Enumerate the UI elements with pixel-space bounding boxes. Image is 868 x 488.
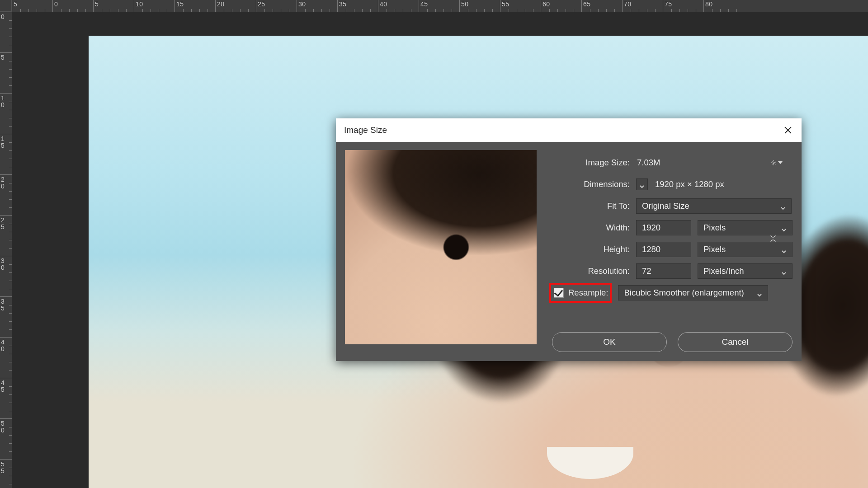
ruler-tick	[0, 296, 12, 337]
chevron-down-icon	[757, 290, 762, 296]
ruler-tick	[500, 0, 541, 12]
width-unit-select[interactable]: Pixels	[698, 220, 793, 235]
workspace[interactable]: Image Size Image Size: 7.03M	[12, 12, 868, 488]
ruler-tick	[622, 0, 663, 12]
ruler-tick	[0, 256, 12, 296]
ruler-tick	[52, 0, 93, 12]
ruler-tick	[12, 0, 52, 12]
ruler-tick	[134, 0, 175, 12]
svg-point-0	[773, 162, 774, 163]
ruler-tick	[378, 0, 419, 12]
resample-highlight: Resample:	[549, 283, 612, 303]
image-size-value: 7.03M	[637, 158, 660, 168]
height-unit-select[interactable]: Pixels	[698, 242, 793, 257]
image-size-label: Image Size:	[552, 158, 636, 168]
ruler-tick	[459, 0, 500, 12]
ruler-tick	[0, 378, 12, 418]
dimensions-value: 1920 px × 1280 px	[655, 179, 724, 189]
ruler-tick	[0, 12, 12, 52]
width-input[interactable]: 1920	[636, 220, 691, 235]
resolution-input[interactable]: 72	[636, 263, 691, 279]
ruler-tick	[337, 0, 378, 12]
ruler-corner	[0, 0, 12, 12]
preview-image	[345, 150, 537, 344]
fit-to-select[interactable]: Original Size	[636, 198, 792, 214]
ruler-tick	[215, 0, 256, 12]
resample-label: Resample:	[568, 288, 608, 298]
ruler-tick	[0, 337, 12, 378]
ruler-tick	[419, 0, 459, 12]
chevron-down-icon	[780, 203, 786, 209]
resample-checkbox[interactable]	[554, 288, 564, 298]
height-label: Height:	[552, 244, 636, 254]
chevron-down-icon	[781, 247, 787, 252]
preview-thumbnail[interactable]	[345, 150, 537, 344]
ruler-tick	[541, 0, 581, 12]
ruler-vertical[interactable]	[0, 12, 12, 488]
ruler-horizontal[interactable]	[12, 0, 868, 12]
cancel-button[interactable]: Cancel	[678, 332, 793, 352]
ruler-tick	[703, 0, 744, 12]
ruler-tick	[0, 215, 12, 256]
ruler-tick	[0, 418, 12, 459]
image-size-dialog: Image Size Image Size: 7.03M	[336, 118, 802, 361]
resolution-unit-select[interactable]: Pixels/Inch	[698, 263, 793, 279]
height-input[interactable]: 1280	[636, 242, 691, 257]
resample-select[interactable]: Bicubic Smoother (enlargement)	[618, 285, 768, 300]
dimensions-unit-dropdown[interactable]	[636, 178, 648, 190]
ruler-tick	[0, 459, 12, 488]
resolution-label: Resolution:	[552, 266, 636, 276]
chevron-down-icon	[781, 225, 787, 230]
ruler-tick	[0, 52, 12, 93]
ruler-tick	[0, 134, 12, 174]
width-label: Width:	[552, 223, 636, 233]
dialog-title: Image Size	[344, 125, 387, 135]
dialog-titlebar[interactable]: Image Size	[336, 118, 802, 142]
ok-button[interactable]: OK	[552, 332, 667, 352]
ruler-tick	[663, 0, 703, 12]
ruler-tick	[297, 0, 337, 12]
fit-to-label: Fit To:	[552, 201, 636, 211]
ruler-tick	[256, 0, 297, 12]
dimensions-label: Dimensions:	[552, 179, 636, 189]
ruler-tick	[581, 0, 622, 12]
fit-to-value: Original Size	[642, 201, 689, 211]
close-icon[interactable]	[783, 125, 793, 136]
gear-icon[interactable]	[771, 158, 783, 167]
ruler-tick	[175, 0, 215, 12]
ruler-tick	[0, 174, 12, 215]
chevron-down-icon	[778, 161, 783, 164]
ruler-tick	[0, 93, 12, 134]
ruler-tick	[93, 0, 134, 12]
chevron-down-icon	[781, 268, 787, 274]
